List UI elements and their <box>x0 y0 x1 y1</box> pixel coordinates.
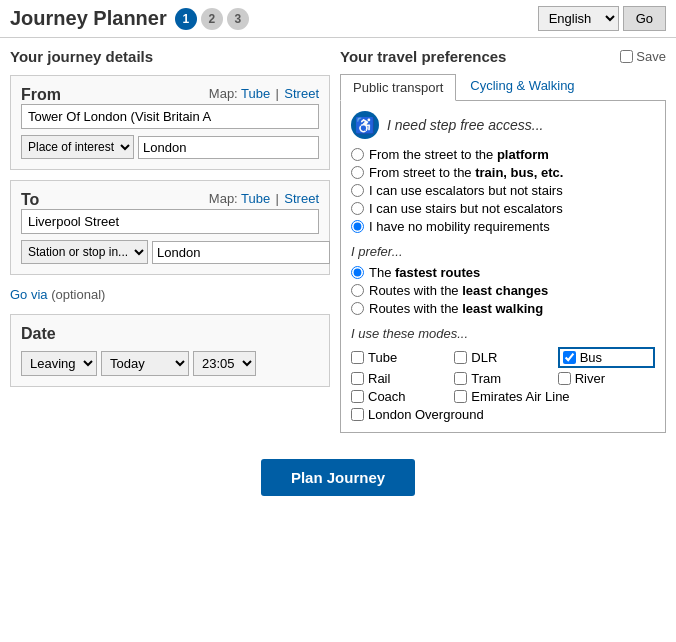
left-panel: Your journey details From Map: Tube | St… <box>10 48 330 433</box>
to-sep: | <box>276 191 279 206</box>
prefer-radio-group: The fastest routes Routes with the least… <box>351 265 655 316</box>
mode-tube-checkbox[interactable] <box>351 351 364 364</box>
time-select[interactable]: 23:05 23:30 00:00 <box>193 351 256 376</box>
mobility-radio-3[interactable] <box>351 202 364 215</box>
go-via-link[interactable]: Go via <box>10 287 48 302</box>
mobility-radio-4[interactable] <box>351 220 364 233</box>
date-heading: Date <box>21 325 319 343</box>
main-content: Your journey details From Map: Tube | St… <box>0 38 676 443</box>
mode-tram[interactable]: Tram <box>454 371 551 386</box>
to-map-links: Map: Tube | Street <box>209 191 319 206</box>
header: Journey Planner 1 2 3 English French Ger… <box>0 0 676 38</box>
mode-bus[interactable]: Bus <box>558 347 655 368</box>
prefer-option-0: The fastest routes <box>351 265 655 280</box>
step-3-badge[interactable]: 3 <box>227 8 249 30</box>
go-via-optional: (optional) <box>51 287 105 302</box>
mode-emirates[interactable]: Emirates Air Line <box>454 389 655 404</box>
date-row: Leaving Arriving Today Tomorrow Monday T… <box>21 351 319 376</box>
save-label[interactable]: Save <box>620 49 666 64</box>
date-section: Date Leaving Arriving Today Tomorrow Mon… <box>10 314 330 387</box>
mobility-option-0: From the street to the platform <box>351 147 655 162</box>
prefer-radio-0[interactable] <box>351 266 364 279</box>
mode-rail-checkbox[interactable] <box>351 372 364 385</box>
prefs-box: ♿ I need step free access... From the st… <box>340 101 666 433</box>
tab-cycling-walking[interactable]: Cycling & Walking <box>458 73 586 100</box>
step-1-badge[interactable]: 1 <box>175 8 197 30</box>
right-panel: Your travel preferences Save Public tran… <box>340 48 666 433</box>
prefer-option-2: Routes with the least walking <box>351 301 655 316</box>
from-section: From Map: Tube | Street Place of interes… <box>10 75 330 170</box>
tab-public-transport[interactable]: Public transport <box>340 74 456 101</box>
from-type-select[interactable]: Place of interest Station or stop Addres… <box>21 135 134 159</box>
mobility-radio-0[interactable] <box>351 148 364 161</box>
mobility-option-1: From street to the train, bus, etc. <box>351 165 655 180</box>
mode-overground-checkbox[interactable] <box>351 408 364 421</box>
go-via-row: Go via (optional) <box>10 285 330 304</box>
mode-rail[interactable]: Rail <box>351 371 448 386</box>
mode-tube[interactable]: Tube <box>351 347 448 368</box>
from-sep: | <box>276 86 279 101</box>
from-location-input[interactable] <box>21 104 319 129</box>
to-type-row: Station or stop in... Place of interest … <box>21 240 319 264</box>
mode-river-checkbox[interactable] <box>558 372 571 385</box>
to-street-link[interactable]: Street <box>284 191 319 206</box>
mode-coach-checkbox[interactable] <box>351 390 364 403</box>
from-map-links: Map: Tube | Street <box>209 86 319 101</box>
mobility-option-2: I can use escalators but not stairs <box>351 183 655 198</box>
mode-river[interactable]: River <box>558 371 655 386</box>
mobility-radio-1[interactable] <box>351 166 364 179</box>
modes-heading: I use these modes... <box>351 326 655 341</box>
mobility-option-4: I have no mobility requirements <box>351 219 655 234</box>
prefer-radio-1[interactable] <box>351 284 364 297</box>
to-area-input[interactable] <box>152 241 330 264</box>
prefs-heading: Your travel preferences <box>340 48 506 65</box>
step-2-badge[interactable]: 2 <box>201 8 223 30</box>
journey-details-heading: Your journey details <box>10 48 330 65</box>
mobility-radio-2[interactable] <box>351 184 364 197</box>
leaving-select[interactable]: Leaving Arriving <box>21 351 97 376</box>
prefs-header: Your travel preferences Save <box>340 48 666 65</box>
from-map-text: Map: <box>209 86 238 101</box>
to-tube-link[interactable]: Tube <box>241 191 270 206</box>
language-select[interactable]: English French German Spanish <box>538 6 619 31</box>
from-type-row: Place of interest Station or stop Addres… <box>21 135 319 159</box>
mode-coach[interactable]: Coach <box>351 389 448 404</box>
modes-grid: Tube DLR Bus Rail Tram <box>351 347 655 422</box>
step-free-text: I need step free access... <box>387 117 543 133</box>
mode-dlr[interactable]: DLR <box>454 347 551 368</box>
plan-journey-button[interactable]: Plan Journey <box>261 459 415 496</box>
to-location-input[interactable] <box>21 209 319 234</box>
app-title: Journey Planner <box>10 7 167 30</box>
prefer-radio-2[interactable] <box>351 302 364 315</box>
to-type-select[interactable]: Station or stop in... Place of interest … <box>21 240 148 264</box>
wheelchair-icon: ♿ <box>351 111 379 139</box>
to-section: To Map: Tube | Street Station or stop in… <box>10 180 330 275</box>
mobility-option-3: I can use stairs but not escalators <box>351 201 655 216</box>
from-tube-link[interactable]: Tube <box>241 86 270 101</box>
mode-emirates-checkbox[interactable] <box>454 390 467 403</box>
prefs-tabs: Public transport Cycling & Walking <box>340 73 666 101</box>
mode-bus-checkbox[interactable] <box>563 351 576 364</box>
mode-overground[interactable]: London Overground <box>351 407 655 422</box>
go-button[interactable]: Go <box>623 6 666 31</box>
from-area-input[interactable] <box>138 136 319 159</box>
prefer-option-1: Routes with the least changes <box>351 283 655 298</box>
from-street-link[interactable]: Street <box>284 86 319 101</box>
mode-dlr-checkbox[interactable] <box>454 351 467 364</box>
to-label: To <box>21 191 39 208</box>
mode-tram-checkbox[interactable] <box>454 372 467 385</box>
step-free-row: ♿ I need step free access... <box>351 111 655 139</box>
prefer-heading: I prefer... <box>351 244 655 259</box>
to-map-text: Map: <box>209 191 238 206</box>
mobility-radio-group: From the street to the platform From str… <box>351 147 655 234</box>
plan-btn-row: Plan Journey <box>0 443 676 506</box>
from-label: From <box>21 86 61 103</box>
save-checkbox[interactable] <box>620 50 633 63</box>
day-select[interactable]: Today Tomorrow Monday Tuesday <box>101 351 189 376</box>
